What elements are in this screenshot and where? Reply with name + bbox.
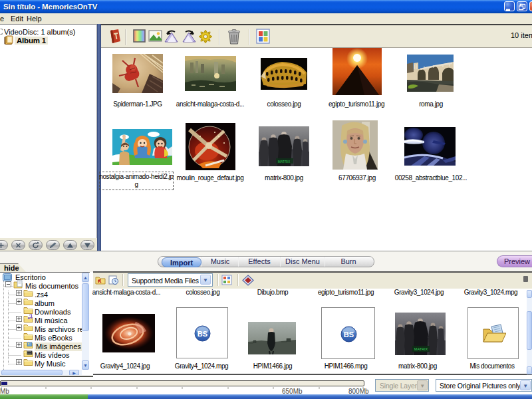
svg-text:BS: BS bbox=[198, 330, 207, 338]
svg-text:MATRIX: MATRIX bbox=[278, 160, 291, 164]
svg-text:BS: BS bbox=[344, 331, 354, 338]
svg-text:MATRIX: MATRIX bbox=[414, 347, 428, 351]
